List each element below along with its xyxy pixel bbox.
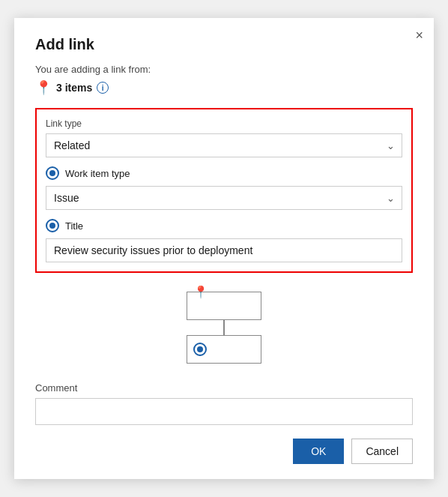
title-radio[interactable] xyxy=(46,219,59,232)
diagram-radio-icon xyxy=(193,343,207,356)
close-button[interactable]: × xyxy=(415,28,423,42)
link-type-select[interactable]: Related Parent Child Duplicate Duplicate… xyxy=(46,133,402,157)
diagram-radio-inner xyxy=(197,346,203,352)
diagram-top-box: 📍 xyxy=(187,292,261,320)
diagram-connector-line xyxy=(223,320,225,335)
ok-button[interactable]: OK xyxy=(293,439,344,464)
title-radio-row: Title xyxy=(46,219,402,232)
source-row: 📍 3 items i xyxy=(35,79,413,96)
work-item-type-select-wrapper: Issue Epic Feature User Story Task Bug ⌄ xyxy=(46,186,402,210)
cancel-button[interactable]: Cancel xyxy=(351,439,413,464)
radio-dot-inner xyxy=(49,170,55,176)
work-item-type-label: Work item type xyxy=(65,168,130,179)
pin-icon: 📍 xyxy=(35,79,52,96)
info-icon[interactable]: i xyxy=(97,82,109,94)
subtitle-text: You are adding a link from: xyxy=(35,64,413,75)
link-type-select-wrapper: Related Parent Child Duplicate Duplicate… xyxy=(46,133,402,157)
link-type-label: Link type xyxy=(46,118,402,129)
title-radio-dot-inner xyxy=(49,223,55,229)
footer: OK Cancel xyxy=(35,439,413,464)
work-item-type-radio-row: Work item type xyxy=(46,166,402,180)
link-type-section: Link type Related Parent Child Duplicate… xyxy=(35,108,413,273)
items-count: 3 items xyxy=(56,82,92,94)
diagram-pin-icon: 📍 xyxy=(193,285,208,299)
work-item-type-select[interactable]: Issue Epic Feature User Story Task Bug xyxy=(46,186,402,210)
title-input[interactable] xyxy=(46,238,402,262)
dialog-title: Add link xyxy=(35,36,413,53)
diagram: 📍 xyxy=(187,292,261,364)
work-item-type-radio[interactable] xyxy=(46,166,59,180)
diagram-bottom-box xyxy=(187,335,261,364)
add-link-dialog: × Add link You are adding a link from: 📍… xyxy=(14,18,434,479)
comment-label: Comment xyxy=(35,382,413,394)
title-label: Title xyxy=(65,220,83,232)
diagram-area: 📍 xyxy=(35,286,413,369)
comment-input[interactable] xyxy=(35,398,413,425)
